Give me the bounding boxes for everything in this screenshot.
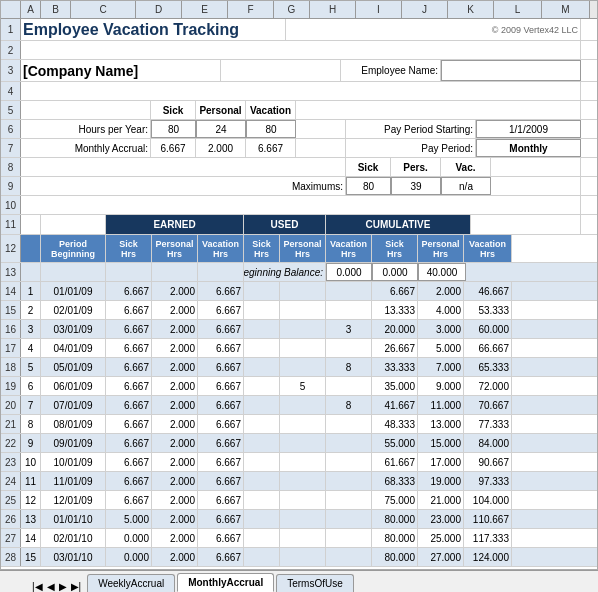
col-header-row: [1, 1, 21, 18]
row25-sick-u: [244, 491, 280, 509]
max-sick-value[interactable]: 80: [346, 177, 391, 195]
row24-vac-u: [326, 472, 372, 490]
row15-vac-u: [326, 301, 372, 319]
tab-monthly-accrual[interactable]: MonthlyAccrual: [177, 573, 274, 592]
beginning-pers[interactable]: 0.000: [372, 263, 418, 281]
row24-pers-c: 19.000: [418, 472, 464, 490]
row24-pers-u: [280, 472, 326, 490]
cumulative-section-header: CUMULATIVE: [326, 215, 471, 234]
row17-sick-e: 6.667: [106, 339, 152, 357]
row22-sick-e: 6.667: [106, 434, 152, 452]
row26-sick-e: 5.000: [106, 510, 152, 528]
data-row-5: 18 5 05/01/09 6.667 2.000 6.667 8 33.333…: [1, 358, 597, 377]
row25-vac-e: 6.667: [198, 491, 244, 509]
row27-pers-c: 25.000: [418, 529, 464, 547]
maximums-label: Maximums:: [21, 177, 346, 195]
row17-period: 04/01/09: [41, 339, 106, 357]
row15-vac-c: 53.333: [464, 301, 512, 319]
row20-sick-u: [244, 396, 280, 414]
row21-vac-u: [326, 415, 372, 433]
row14-pers-e: 2.000: [152, 282, 198, 300]
row26-sick-c: 80.000: [372, 510, 418, 528]
row25-vac-c: 104.000: [464, 491, 512, 509]
beginning-vac[interactable]: 40.000: [418, 263, 466, 281]
row28-sick-c: 80.000: [372, 548, 418, 566]
row21-vac-e: 6.667: [198, 415, 244, 433]
tab-nav-next[interactable]: ▶: [57, 581, 69, 592]
row24-pers-e: 2.000: [152, 472, 198, 490]
rownum-10: 10: [1, 196, 21, 214]
accrual-sick-value: 6.667: [151, 139, 196, 157]
row27-sick-e: 0.000: [106, 529, 152, 547]
row20-vac-u: 8: [326, 396, 372, 414]
data-row-8: 21 8 08/01/09 6.667 2.000 6.667 48.333 1…: [1, 415, 597, 434]
row18-pers-e: 2.000: [152, 358, 198, 376]
row20-vac-e: 6.667: [198, 396, 244, 414]
tab-nav-first[interactable]: |◀: [30, 581, 45, 592]
sick-hrs-c-header: SickHrs: [372, 235, 418, 262]
beginning-sick[interactable]: 0.000: [326, 263, 372, 281]
tabs-bar: |◀ ◀ ▶ ▶| WeeklyAccrual MonthlyAccrual T…: [0, 570, 598, 592]
row24-sick-e: 6.667: [106, 472, 152, 490]
row14-pers-u: [280, 282, 326, 300]
col-header-j: J: [402, 1, 448, 18]
tab-nav-prev[interactable]: ◀: [45, 581, 57, 592]
max-pers-value[interactable]: 39: [391, 177, 441, 195]
row21-num: 8: [21, 415, 41, 433]
company-name-cell[interactable]: [Company Name]: [21, 60, 221, 81]
tab-terms-of-use[interactable]: TermsOfUse: [276, 574, 354, 592]
row17-pers-c: 5.000: [418, 339, 464, 357]
col-header-g: G: [274, 1, 310, 18]
row17-pers-u: [280, 339, 326, 357]
rownum-18: 18: [1, 358, 21, 376]
tab-weekly-accrual[interactable]: WeeklyAccrual: [87, 574, 175, 592]
row14-vac-c: 46.667: [464, 282, 512, 300]
row15-pers-c: 4.000: [418, 301, 464, 319]
row23-pers-u: [280, 453, 326, 471]
row23-num: 10: [21, 453, 41, 471]
rownum-1: 1: [1, 19, 21, 40]
hours-personal-value[interactable]: 24: [196, 120, 246, 138]
row15-num: 2: [21, 301, 41, 319]
data-row-15: 28 15 03/01/10 0.000 2.000 6.667 80.000 …: [1, 548, 597, 567]
row23-sick-u: [244, 453, 280, 471]
row13-a: [21, 263, 41, 281]
period-beginning-header: PeriodBeginning: [41, 235, 106, 262]
data-row-1: 14 1 01/01/09 6.667 2.000 6.667 6.667 2.…: [1, 282, 597, 301]
row-7: 7 Monthly Accrual: 6.667 2.000 6.667 Pay…: [1, 139, 597, 158]
vacation-hrs-e-header: VacationHrs: [198, 235, 244, 262]
row26-sick-u: [244, 510, 280, 528]
row26-vac-c: 110.667: [464, 510, 512, 528]
row18-vac-u: 8: [326, 358, 372, 376]
pay-period-starting-value[interactable]: 1/1/2009: [476, 120, 581, 138]
vacation-hrs-c-header: VacationHrs: [464, 235, 512, 262]
row23-pers-c: 17.000: [418, 453, 464, 471]
row24-vac-c: 97.333: [464, 472, 512, 490]
tab-nav-last[interactable]: ▶|: [69, 581, 84, 592]
employee-name-input[interactable]: [441, 60, 581, 81]
rownum-22: 22: [1, 434, 21, 452]
hours-sick-value[interactable]: 80: [151, 120, 196, 138]
row22-vac-u: [326, 434, 372, 452]
hours-vacation-value[interactable]: 80: [246, 120, 296, 138]
copyright-cell: © 2009 Vertex42 LLC: [286, 19, 581, 40]
rownum-12: 12: [1, 235, 21, 262]
max-vac-value[interactable]: n/a: [441, 177, 491, 195]
row11-a: [21, 215, 41, 234]
row25-pers-u: [280, 491, 326, 509]
personal-hrs-u-header: PersonalHrs: [280, 235, 326, 262]
row15-sick-u: [244, 301, 280, 319]
rownum-21: 21: [1, 415, 21, 433]
row22-pers-c: 15.000: [418, 434, 464, 452]
row15-sick-e: 6.667: [106, 301, 152, 319]
sheet-body: 1 Employee Vacation Tracking © 2009 Vert…: [1, 19, 597, 567]
row13-b: [41, 263, 106, 281]
row17-num: 4: [21, 339, 41, 357]
pay-period-value[interactable]: Monthly: [476, 139, 581, 157]
row18-vac-e: 6.667: [198, 358, 244, 376]
row17-vac-u: [326, 339, 372, 357]
row18-pers-c: 7.000: [418, 358, 464, 376]
row5-spacer: [21, 101, 151, 119]
spreadsheet: A B C D E F G H I J K L M 1 Employee Vac…: [0, 0, 598, 570]
row27-num: 14: [21, 529, 41, 547]
